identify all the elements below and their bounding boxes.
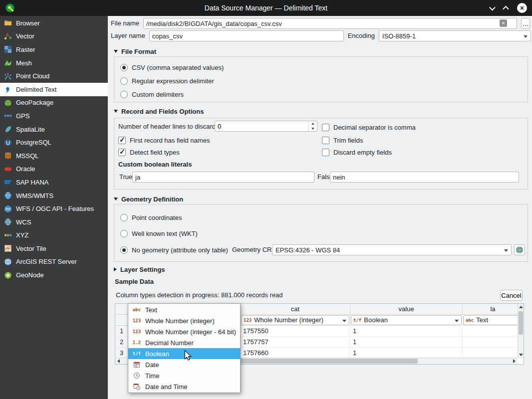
sidebar-item-delimited-text[interactable]: Delimited Text [0,83,108,96]
radio-point-coordinates[interactable]: Point coordinates [120,212,182,222]
row-number[interactable]: 3 [115,348,128,359]
radio-wkt[interactable]: Well known text (WKT) [120,228,198,238]
decimal-type-icon: 1.2 [132,340,142,345]
row-number[interactable]: 1 [115,326,128,337]
type-menu-item-whole-number-64[interactable]: 123Whole Number (integer - 64 bit) [128,326,240,337]
scroll-right-icon[interactable] [511,358,518,364]
encoding-value: ISO-8859-1 [382,32,416,40]
postgresql-icon [4,139,12,147]
section-title: File Format [121,48,156,55]
sidebar-item-label: GeoPackage [16,99,53,106]
section-header-file-format[interactable]: File Format [114,47,156,55]
spatialite-icon [4,125,12,133]
type-menu-item-time[interactable]: Time [128,370,240,381]
geometry-crs-combobox[interactable]: EPSG:4326 - WGS 84 [272,244,512,255]
section-header-layer-settings[interactable]: Layer Settings [114,265,165,273]
section-header-record-fields[interactable]: Record and Fields Options [114,107,204,115]
sidebar-item-mssql[interactable]: MSSQL [0,149,108,163]
column-header-value[interactable]: value [350,304,463,315]
encoding-combobox[interactable]: ISO-8859-1 [379,30,531,41]
sidebar-item-arcgis-rest-server[interactable]: ArcGIS REST Server [0,255,108,269]
sidebar-item-browser[interactable]: Browser [0,16,108,30]
sidebar-item-mesh[interactable]: Mesh [0,56,108,70]
column-header-label[interactable]: la [463,304,524,315]
vertical-scrollbar[interactable] [518,304,524,358]
geometry-crs-label: Geometry CRS [232,244,276,255]
sidebar-item-vector-tile[interactable]: Vector Tile [0,242,108,255]
sidebar-item-sap-hana[interactable]: SAP HANA [0,176,108,189]
scrollbar-thumb[interactable] [239,359,418,364]
type-selector-value[interactable]: t/f Boolean [351,315,462,325]
type-menu-item-decimal-number[interactable]: 1.2Decimal Number [128,337,240,348]
menu-item-label: Date [145,361,159,369]
sidebar-item-raster[interactable]: Raster [0,43,108,56]
file-name-input-wrap [143,18,517,29]
cancel-button[interactable]: Cancel [500,290,523,301]
field-type-menu: abcText 123Whole Number (integer) 123Who… [128,303,241,393]
radio-regex-delimiter[interactable]: Regular expression delimiter [120,76,214,86]
browse-file-button[interactable]: … [521,18,530,29]
type-menu-item-date-and-time[interactable]: Date and Time [128,381,240,392]
record-fields-group: Number of header lines to discard Decima… [114,118,528,190]
checkbox-trim-fields[interactable]: Trim fields [322,135,363,145]
layer-name-input[interactable] [149,30,344,41]
sidebar-item-spatialite[interactable]: SpatiaLite [0,123,108,136]
type-menu-item-text[interactable]: abcText [128,304,240,315]
scroll-up-icon[interactable] [518,304,524,310]
type-selector-cat[interactable]: 123 Whole Number (integer) [241,315,349,325]
header-lines-input[interactable] [215,121,308,131]
spin-up-icon[interactable] [309,121,317,126]
scrollbar-thumb[interactable] [519,311,523,334]
column-header-cat[interactable]: cat [241,304,350,315]
sidebar-item-wfs-ogc-api-features[interactable]: WFS / OGC API - Features [0,202,108,215]
checkbox-discard-empty-fields[interactable]: Discard empty fields [322,147,392,157]
row-number[interactable]: 2 [115,337,128,348]
sidebar-item-label: SAP HANA [16,179,49,186]
maximize-window-icon[interactable] [503,5,509,12]
radio-custom-delimiters[interactable]: Custom delimiters [120,89,184,99]
sidebar-item-geopackage[interactable]: GeoPackage [0,96,108,110]
header-lines-spinbox[interactable] [215,121,317,132]
radio-csv[interactable]: CSV (comma separated values) [120,62,224,72]
close-button[interactable] [517,3,527,13]
section-header-geometry-definition[interactable]: Geometry Definition [114,195,183,203]
menu-item-label: Decimal Number [145,339,194,347]
radio-icon [120,64,128,71]
calendar-clock-icon [132,383,142,390]
sidebar-item-vector[interactable]: Vector [0,30,108,43]
true-literal-input[interactable] [132,172,314,183]
checkbox-decimal-separator-comma[interactable]: Decimal separator is comma [322,122,416,132]
crs-globe-icon [516,246,524,254]
clear-text-icon[interactable] [500,19,507,27]
checkbox-detect-field-types[interactable]: Detect field types [118,147,180,157]
sidebar-item-point-cloud[interactable]: Point Cloud [0,69,108,83]
type-selector-label-col[interactable]: abc Text [463,315,523,325]
whole-number-type-icon: 123 [132,318,142,323]
table-cell [463,348,524,359]
scroll-left-icon[interactable] [115,358,122,364]
header-lines-label: Number of header lines to discard [118,121,216,132]
false-literal-input[interactable] [330,172,519,183]
checkbox-icon [322,149,329,156]
sidebar-item-label: Vector Tile [16,245,46,252]
type-menu-item-whole-number[interactable]: 123Whole Number (integer) [128,315,240,326]
sidebar-item-xyz[interactable]: XYZ [0,229,108,242]
shade-window-icon[interactable] [489,4,496,10]
sidebar-item-wcs[interactable]: WCS [0,215,108,229]
sidebar-item-gps[interactable]: GPS [0,109,108,123]
sidebar-item-postgresql[interactable]: PostgreSQL [0,136,108,149]
spin-down-icon[interactable] [309,126,317,131]
select-crs-button[interactable] [514,244,525,255]
scrollbar-groove[interactable] [518,310,524,352]
sidebar-item-label: WFS / OGC API - Features [16,205,94,212]
boolean-type-icon: t/f [132,351,142,356]
checkbox-first-record-field-names[interactable]: First record has field names [118,135,210,145]
sidebar-item-oracle[interactable]: Oracle [0,163,108,176]
scroll-down-icon[interactable] [518,352,524,358]
sidebar-item-geonode[interactable]: GeoNode [0,268,108,282]
sidebar-item-wms-wmts[interactable]: WMS/WMTS [0,189,108,202]
oracle-icon [4,165,12,173]
file-name-input[interactable] [143,18,517,29]
radio-no-geometry[interactable]: No geometry (attribute only table) [120,245,228,255]
type-selector-cat-cell: 123 Whole Number (integer) [241,315,350,326]
